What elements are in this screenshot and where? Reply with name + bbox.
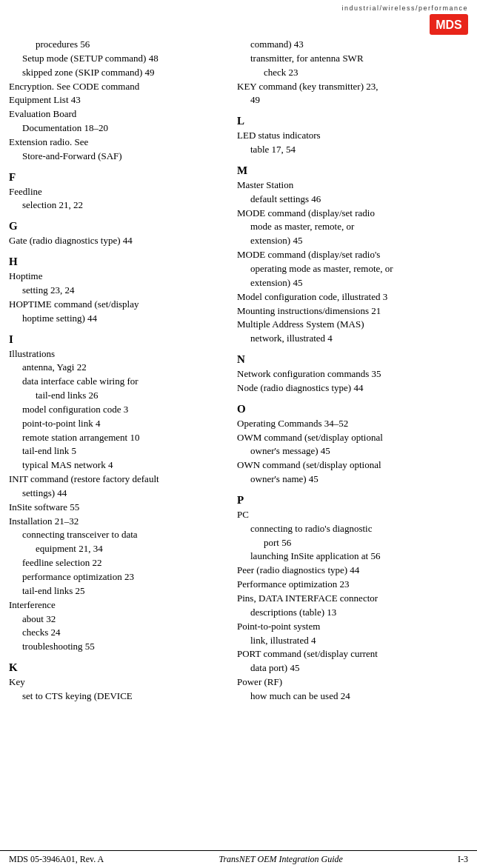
section-letter: N	[237, 353, 461, 366]
index-entry: equipment 21, 34	[36, 542, 224, 556]
index-entry: OWN command (set/display optional	[237, 458, 461, 473]
index-entry: tail-end links 25	[22, 584, 224, 598]
index-entry: check 23	[264, 66, 461, 80]
index-entry: about 32	[22, 612, 224, 627]
index-entry: Key	[9, 675, 224, 690]
index-entry: launching InSite application at 56	[250, 550, 461, 564]
index-entry: Setup mode (SETUP command) 48	[22, 52, 224, 66]
index-entry: OWM command (set/display optional	[237, 431, 461, 445]
page-footer: MDS 05-3946A01, Rev. A TransNET OEM Inte…	[0, 850, 477, 868]
index-entry: Extension radio. See	[9, 136, 224, 150]
index-entry: model configuration code 3	[22, 403, 224, 417]
index-entry: PORT command (set/display current	[237, 647, 461, 661]
index-entry: tail-end link 5	[22, 444, 224, 458]
index-entry: Point-to-point system	[237, 620, 461, 634]
index-entry: Interference	[9, 598, 224, 612]
index-entry: procedures 56	[36, 38, 224, 52]
index-entry: LED status indicators	[237, 129, 461, 143]
index-entry: settings) 44	[22, 487, 224, 501]
page-header: industrial/wireless/performance MDS	[0, 0, 477, 38]
index-entry: Feedline	[9, 185, 224, 199]
index-entry: KEY command (key transmitter) 23,	[237, 80, 461, 94]
left-column: procedures 56Setup mode (SETUP command) …	[9, 38, 231, 704]
index-entry: owner's name) 45	[250, 473, 461, 487]
section-letter: H	[9, 256, 224, 268]
index-entry: Power (RF)	[237, 675, 461, 690]
index-entry: set to CTS keying (DEVICE	[22, 690, 224, 704]
index-entry: command) 43	[250, 38, 461, 52]
index-entry: hoptime setting) 44	[22, 312, 224, 326]
index-entry: typical MAS network 4	[22, 458, 224, 473]
index-entry: Operating Commands 34–52	[237, 417, 461, 431]
index-entry: transmitter, for antenna SWR	[250, 52, 461, 66]
index-entry: default settings 46	[250, 193, 461, 207]
index-entry: Pins, DATA INTERFACE connector	[237, 592, 461, 606]
index-entry: how much can be used 24	[250, 690, 461, 704]
index-entry: data port) 45	[250, 661, 461, 675]
index-entry: performance optimization 23	[22, 570, 224, 584]
index-entry: setting 23, 24	[22, 284, 224, 298]
index-entry: InSite software 55	[9, 501, 224, 515]
footer-doc-number: MDS 05-3946A01, Rev. A	[9, 854, 104, 865]
section-letter: L	[237, 115, 461, 127]
index-entry: owner's message) 45	[250, 444, 461, 458]
index-entry: point-to-point link 4	[22, 417, 224, 431]
index-entry: Network configuration commands 35	[237, 367, 461, 381]
index-entry: Encryption. See CODE command	[9, 80, 224, 94]
index-entry: Documentation 18–20	[22, 121, 224, 136]
index-entry: remote station arrangement 10	[22, 431, 224, 445]
index-entry: Mounting instructions/dimensions 21	[237, 304, 461, 318]
index-entry: Gate (radio diagnostics type) 44	[9, 234, 224, 248]
mds-logo-icon: MDS	[430, 14, 468, 35]
index-entry: feedline selection 22	[22, 556, 224, 570]
section-letter: K	[9, 661, 224, 674]
index-entry: port 56	[264, 536, 461, 550]
index-entry: Master Station	[237, 178, 461, 193]
index-entry: HOPTIME command (set/display	[9, 298, 224, 312]
index-entry: extension) 45	[250, 234, 461, 248]
index-entry: descriptions (table) 13	[250, 606, 461, 620]
index-entry: checks 24	[22, 626, 224, 640]
brand-area: industrial/wireless/performance MDS	[341, 4, 468, 35]
footer-page: I-3	[458, 854, 468, 865]
index-entry: Model configuration code, illustrated 3	[237, 290, 461, 304]
index-entry: link, illustrated 4	[250, 634, 461, 648]
footer-title: TransNET OEM Integration Guide	[219, 854, 342, 865]
index-entry: data interface cable wiring for	[22, 375, 224, 389]
index-entry: operating mode as master, remote, or	[250, 262, 461, 276]
index-entry: connecting to radio's diagnostic	[250, 522, 461, 536]
index-entry: MODE command (display/set radio	[237, 207, 461, 221]
index-entry: MODE command (display/set radio's	[237, 248, 461, 262]
index-entry: PC	[237, 508, 461, 522]
section-letter: M	[237, 164, 461, 177]
right-column: command) 43transmitter, for antenna SWRc…	[231, 38, 461, 704]
index-entry: connecting transceiver to data	[22, 528, 224, 542]
section-letter: P	[237, 494, 461, 507]
index-entry: Multiple Address System (MAS)	[237, 318, 461, 332]
index-entry: tail-end links 26	[36, 389, 224, 403]
index-entry: network, illustrated 4	[250, 332, 461, 346]
index-entry: INIT command (restore factory default	[9, 473, 224, 487]
index-entry: Equipment List 43	[9, 93, 224, 107]
index-entry: troubleshooting 55	[22, 640, 224, 654]
index-entry: Node (radio diagnostics type) 44	[237, 381, 461, 395]
tagline: industrial/wireless/performance	[341, 4, 468, 12]
index-entry: extension) 45	[250, 276, 461, 290]
main-content: procedures 56Setup mode (SETUP command) …	[0, 38, 477, 704]
index-entry: Illustrations	[9, 347, 224, 361]
index-entry: mode as master, remote, or	[250, 220, 461, 234]
section-letter: F	[9, 171, 224, 184]
index-entry: selection 21, 22	[22, 198, 224, 213]
index-entry: 49	[250, 93, 461, 107]
svg-text:MDS: MDS	[436, 19, 462, 31]
index-entry: Performance optimization 23	[237, 578, 461, 592]
index-entry: antenna, Yagi 22	[22, 361, 224, 375]
index-entry: Peer (radio diagnostics type) 44	[237, 564, 461, 578]
index-entry: Evaluation Board	[9, 107, 224, 121]
index-entry: Store-and-Forward (SAF)	[22, 150, 224, 164]
index-entry: Installation 21–32	[9, 515, 224, 529]
section-letter: I	[9, 333, 224, 346]
section-letter: G	[9, 220, 224, 233]
index-entry: table 17, 54	[250, 143, 461, 157]
index-entry: skipped zone (SKIP command) 49	[22, 66, 224, 80]
